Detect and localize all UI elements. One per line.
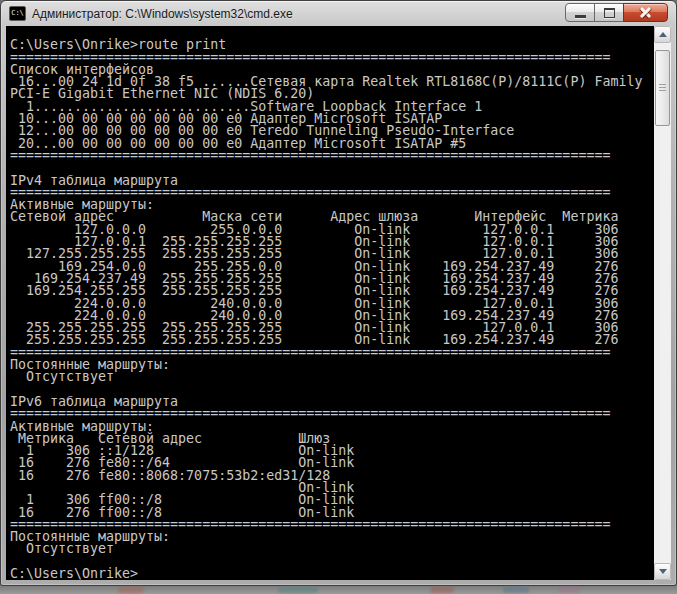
scroll-up-button[interactable]	[654, 26, 671, 43]
taskbar-blur-icon	[503, 587, 529, 593]
vertical-scrollbar[interactable]	[654, 26, 671, 580]
close-button[interactable]	[623, 3, 668, 22]
scroll-down-button[interactable]	[654, 563, 671, 580]
scrollbar-grip-icon	[659, 84, 666, 92]
cmd-window: C:\ Администратор: C:\Windows\system32\c…	[0, 0, 677, 586]
scroll-up-icon	[659, 32, 667, 37]
scroll-down-icon	[659, 569, 667, 574]
taskbar-blur-icon	[558, 587, 580, 593]
window-title: Администратор: C:\Windows\system32\cmd.e…	[32, 7, 293, 21]
minimize-icon	[575, 15, 586, 18]
taskbar-sliver	[0, 586, 677, 594]
taskbar-blur-icon	[430, 587, 454, 593]
window-controls	[565, 3, 668, 22]
scrollbar-thumb[interactable]	[655, 50, 670, 126]
minimize-button[interactable]	[565, 3, 595, 22]
console-text[interactable]: C:\Users\Onrike>route print ============…	[6, 26, 654, 580]
cmd-icon[interactable]: C:\	[9, 6, 26, 21]
close-icon	[639, 6, 652, 19]
console-viewport[interactable]: C:\Users\Onrike>route print ============…	[6, 26, 671, 580]
maximize-icon	[604, 8, 615, 18]
taskbar-blur-icon	[278, 587, 318, 593]
maximize-button[interactable]	[594, 3, 624, 22]
titlebar[interactable]: C:\ Администратор: C:\Windows\system32\c…	[1, 1, 676, 26]
taskbar-blur-icon	[118, 587, 144, 593]
